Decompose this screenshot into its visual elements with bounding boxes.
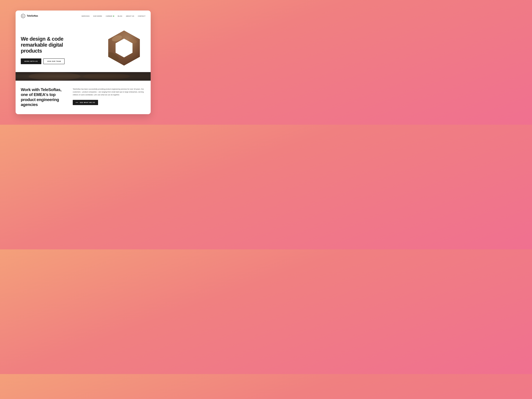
image-band (16, 72, 151, 81)
about-left: Work with TeleSoftas, one of EMEA's top … (21, 87, 65, 107)
nav-links: SERVICES OUR WORK CAREER BLOG ABOUT US C… (82, 15, 146, 17)
hero-title: We design & code remarkable digital prod… (21, 36, 75, 54)
about-description: TeleSoftas has been successfully providi… (73, 88, 146, 96)
work-with-us-button[interactable]: WORK WITH US (21, 58, 41, 64)
band-svg (16, 72, 151, 81)
svg-point-7 (83, 73, 130, 80)
hero-image (104, 28, 146, 72)
career-badge-dot (113, 16, 114, 17)
svg-line-8 (16, 72, 55, 81)
browser-card: S TeleSoftas SERVICES OUR WORK CAREER BL… (16, 11, 151, 114)
logo[interactable]: S TeleSoftas (21, 14, 38, 18)
hero-section: We design & code remarkable digital prod… (16, 21, 151, 72)
hero-content: We design & code remarkable digital prod… (21, 36, 75, 64)
nav-link-contact[interactable]: CONTACT (138, 15, 146, 17)
svg-text:S: S (22, 15, 24, 17)
logo-text: TeleSoftas (27, 14, 38, 17)
about-title: Work with TeleSoftas, one of EMEA's top … (21, 87, 65, 107)
join-our-team-button[interactable]: JOIN OUR TEAM (43, 58, 64, 64)
nav-link-about-us[interactable]: ABOUT US (126, 15, 134, 17)
nav-item-contact[interactable]: CONTACT (138, 15, 146, 17)
nav-item-our-work[interactable]: OUR WORK (93, 15, 102, 17)
see-what-label: SEE WHAT WE DO (80, 102, 95, 103)
hero-buttons: WORK WITH US JOIN OUR TEAM (21, 58, 75, 64)
hexagon-container (107, 31, 143, 70)
navigation: S TeleSoftas SERVICES OUR WORK CAREER BL… (16, 11, 151, 21)
about-right: TeleSoftas has been successfully providi… (73, 87, 146, 105)
nav-link-services[interactable]: SERVICES (82, 15, 90, 17)
about-section: Work with TeleSoftas, one of EMEA's top … (16, 81, 151, 114)
svg-line-9 (42, 72, 94, 81)
svg-point-6 (29, 72, 81, 80)
nav-item-career[interactable]: CAREER (106, 15, 114, 17)
nav-item-blog[interactable]: BLOG (118, 15, 122, 17)
nav-link-career[interactable]: CAREER (106, 15, 114, 17)
nav-item-services[interactable]: SERVICES (82, 15, 90, 17)
svg-rect-5 (16, 72, 151, 81)
button-dash-icon (76, 102, 78, 103)
nav-link-blog[interactable]: BLOG (118, 15, 122, 17)
see-what-we-do-button[interactable]: SEE WHAT WE DO (73, 100, 98, 105)
logo-icon: S (21, 14, 25, 18)
nav-link-our-work[interactable]: OUR WORK (93, 15, 102, 17)
nav-item-about-us[interactable]: ABOUT US (126, 15, 134, 17)
hexagon-image (107, 31, 142, 66)
